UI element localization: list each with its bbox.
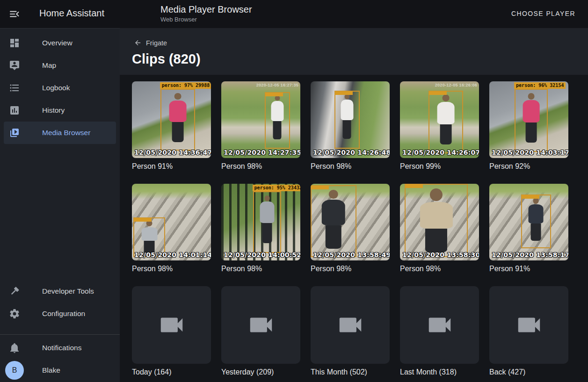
detection-label: person: 95% 23432 <box>253 185 300 191</box>
sidebar-item-label: Map <box>42 61 56 70</box>
folder-tile <box>132 286 211 364</box>
detection-label: person: 96% 32154 <box>514 82 566 89</box>
map-person-icon <box>9 60 20 71</box>
person-silhouette <box>270 96 284 146</box>
clip-card[interactable]: 2020-12-05 16:26:0612/05/2020 14:26:07 P… <box>400 81 479 171</box>
folder-card-this-month[interactable]: This Month (502) <box>311 286 390 376</box>
clip-card[interactable]: 12/05/2020 14:26:48 Person 98% <box>311 81 390 171</box>
clip-card[interactable]: 12/05/2020 14:01:14 Person 98% <box>132 184 211 273</box>
media-grid: person: 97% 29988 12/05/2020 14:36:47 Pe… <box>132 81 568 376</box>
sidebar-toggle-button[interactable] <box>8 8 22 20</box>
sidebar-item-history[interactable]: History <box>4 99 116 122</box>
detection-bbox: person: 95% 23432 <box>253 191 282 252</box>
detection-bbox <box>428 91 463 153</box>
clip-card[interactable]: 12/05/2020 13:58:30 Person 98% <box>400 184 479 273</box>
sidebar-item-configuration[interactable]: Configuration <box>4 303 116 325</box>
timestamp-overlay: 12/05/2020 14:01:14 <box>134 251 211 259</box>
detection-mini-label <box>522 195 539 199</box>
camera-osd-time: 2020-12-05 16:27:35 <box>256 83 298 87</box>
clip-thumbnail: 12/05/2020 13:58:17 <box>489 184 568 260</box>
clip-thumbnail: 12/05/2020 13:58:49 <box>311 184 390 260</box>
person-silhouette <box>419 188 454 254</box>
clip-card[interactable]: person: 97% 29988 12/05/2020 14:36:47 Pe… <box>132 81 211 171</box>
timestamp-overlay: 12/05/2020 13:58:30 <box>402 251 479 259</box>
timestamp-overlay: 12/05/2020 14:27:35 <box>224 149 300 156</box>
dashboard-icon <box>9 37 20 49</box>
hammer-icon <box>9 286 20 297</box>
sidebar-item-developer-tools[interactable]: Developer Tools <box>4 280 116 303</box>
sidebar-item-logbook[interactable]: Logbook <box>4 77 116 99</box>
folder-card-yesterday[interactable]: Yesterday (209) <box>221 286 300 376</box>
sidebar-item-label: Media Browser <box>42 129 90 137</box>
video-camera-icon <box>515 310 544 339</box>
clip-card[interactable]: 12/05/2020 13:58:17 Person 91% <box>489 184 568 273</box>
list-bulleted-icon <box>9 82 20 94</box>
detection-mini-label <box>311 186 329 189</box>
camera-osd-time: 2020-12-05 16:26:06 <box>435 83 477 87</box>
detection-bbox <box>311 185 356 257</box>
clip-caption: Person 92% <box>489 162 568 171</box>
timestamp-overlay: 12/05/2020 14:26:48 <box>313 149 390 156</box>
clip-caption: Person 98% <box>132 265 211 273</box>
clip-card[interactable]: person: 95% 2343212/05/2020 14:00:52 Per… <box>221 184 300 273</box>
clip-thumbnail: 2020-12-05 16:26:0612/05/2020 14:26:07 <box>400 81 479 158</box>
clip-card[interactable]: person: 96% 3215412/05/2020 14:03:17 Per… <box>489 81 568 171</box>
clips-title: Clips (820) <box>132 51 201 67</box>
sidebar-nav: Overview Map Logbook History <box>0 32 120 144</box>
clip-caption: Person 98% <box>400 265 479 273</box>
sidebar-item-map[interactable]: Map <box>4 54 116 77</box>
folder-card-last-month[interactable]: Last Month (318) <box>400 286 479 376</box>
timestamp-overlay: 12/05/2020 13:58:17 <box>492 251 568 259</box>
timestamp-overlay: 12/05/2020 13:58:49 <box>313 251 390 259</box>
detection-bbox <box>265 92 290 149</box>
person-silhouette <box>528 198 544 245</box>
person-silhouette <box>260 195 275 250</box>
sidebar: Overview Map Logbook History <box>0 28 120 382</box>
breadcrumb[interactable]: Frigate <box>134 39 167 47</box>
folder-card-today[interactable]: Today (164) <box>132 286 211 376</box>
chart-box-icon <box>9 105 20 116</box>
person-silhouette <box>141 220 158 255</box>
detection-bbox <box>521 195 551 248</box>
timestamp-overlay: 12/05/2020 14:36:47 <box>134 149 211 156</box>
sidebar-item-profile[interactable]: B Blake <box>4 359 116 382</box>
folder-tile <box>400 286 479 364</box>
page-title-block: Media Player Browser Web Browser <box>160 4 252 23</box>
clip-caption: Person 98% <box>221 162 300 171</box>
choose-player-button[interactable]: CHOOSE PLAYER <box>508 9 578 18</box>
clip-card[interactable]: 2020-12-05 16:27:3512/05/2020 14:27:35 P… <box>221 81 300 171</box>
folder-caption: Back (427) <box>489 368 568 376</box>
detection-bbox: person: 96% 32154 <box>515 89 548 151</box>
folder-tile <box>311 286 390 364</box>
person-silhouette <box>522 93 540 149</box>
clip-card[interactable]: 12/05/2020 13:58:49 Person 98% <box>311 184 390 273</box>
clip-caption: Person 91% <box>132 162 211 171</box>
page-title: Media Player Browser <box>160 4 252 15</box>
detection-mini-label <box>335 91 353 95</box>
person-silhouette <box>340 94 354 146</box>
sidebar-item-media-browser[interactable]: Media Browser <box>4 122 116 144</box>
timestamp-overlay: 12/05/2020 14:26:07 <box>402 149 479 156</box>
menu-open-icon <box>8 8 21 20</box>
play-box-multiple-icon <box>9 127 20 138</box>
folder-tile <box>221 286 300 364</box>
sidebar-item-label: Overview <box>42 39 73 47</box>
clip-thumbnail: person: 96% 3215412/05/2020 14:03:17 <box>489 81 568 158</box>
timestamp-overlay: 12/05/2020 14:03:17 <box>492 149 568 156</box>
sidebar-item-notifications[interactable]: Notifications <box>4 337 116 359</box>
clip-caption: Person 91% <box>489 265 568 273</box>
person-silhouette <box>168 93 188 148</box>
page-subtitle: Web Browser <box>160 16 252 23</box>
person-silhouette <box>436 94 456 151</box>
folder-card-back[interactable]: Back (427) <box>489 286 568 376</box>
sidebar-item-overview[interactable]: Overview <box>4 32 116 54</box>
folder-caption: Yesterday (209) <box>221 368 300 376</box>
sidebar-item-label: History <box>42 106 65 115</box>
timestamp-overlay: 12/05/2020 14:00:52 <box>224 251 300 259</box>
video-camera-icon <box>157 310 186 339</box>
video-camera-icon <box>336 310 365 339</box>
folder-caption: This Month (502) <box>311 368 390 376</box>
clip-thumbnail: 12/05/2020 13:58:30 <box>400 184 479 260</box>
gear-icon <box>9 308 20 319</box>
bell-icon <box>9 342 20 353</box>
